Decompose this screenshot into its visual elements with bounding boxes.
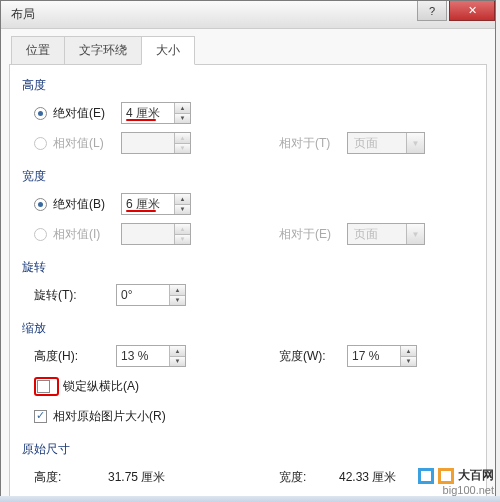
group-height-title: 高度 [22, 77, 474, 94]
annotation-highlight [34, 377, 59, 396]
spin-down-icon: ▼ [175, 235, 190, 245]
label-rotate: 旋转(T): [34, 287, 108, 304]
watermark: 大百网 big100.net [418, 467, 494, 496]
window-title: 布局 [11, 6, 35, 23]
group-rotate-title: 旋转 [22, 259, 474, 276]
label-width-relto: 相对于(E) [279, 226, 339, 243]
logo-icon [438, 468, 454, 484]
checkbox-lock-aspect[interactable] [37, 380, 50, 393]
titlebar: 布局 ? ✕ [1, 1, 495, 29]
width-absolute-row: 绝对值(B) 6 厘米 ▲▼ [34, 191, 474, 217]
tab-size-panel: 高度 绝对值(E) 4 厘米 ▲▼ 相对值(L) ▲▼ [9, 65, 487, 502]
label-height-relto: 相对于(T) [279, 135, 339, 152]
label-lock-aspect: 锁定纵横比(A) [63, 378, 139, 395]
spinner-height-absolute-value[interactable]: 4 厘米 [122, 103, 174, 123]
checkbox-relative-original[interactable] [34, 410, 47, 423]
width-relative-row: 相对值(I) ▲▼ 相对于(E) 页面 ▼ [34, 221, 474, 247]
label-original-width: 宽度: [279, 469, 339, 486]
spin-down-icon[interactable]: ▼ [175, 205, 190, 215]
label-relative-original: 相对原始图片大小(R) [53, 408, 166, 425]
group-scale-title: 缩放 [22, 320, 474, 337]
height-relative-row: 相对值(L) ▲▼ 相对于(T) 页面 ▼ [34, 130, 474, 156]
combo-height-relto: 页面 ▼ [347, 132, 425, 154]
combo-width-relto-value: 页面 [348, 224, 406, 244]
height-absolute-row: 绝对值(E) 4 厘米 ▲▼ [34, 100, 474, 126]
spinner-scale-width[interactable]: 17 % ▲▼ [347, 345, 417, 367]
spinner-rotate[interactable]: 0° ▲▼ [116, 284, 186, 306]
watermark-brand: 大百网 [458, 467, 494, 484]
chevron-down-icon: ▼ [406, 133, 424, 153]
tab-position[interactable]: 位置 [11, 36, 65, 65]
value-original-width: 42.33 厘米 [339, 469, 399, 486]
help-button[interactable]: ? [417, 1, 447, 21]
spin-down-icon[interactable]: ▼ [175, 114, 190, 124]
label-scale-height: 高度(H): [34, 348, 108, 365]
original-size-row: 高度: 31.75 厘米 宽度: 42.33 厘米 [34, 464, 474, 490]
label-height-absolute: 绝对值(E) [53, 105, 113, 122]
label-original-height: 高度: [34, 469, 108, 486]
radio-width-absolute[interactable] [34, 198, 47, 211]
label-width-relative: 相对值(I) [53, 226, 113, 243]
tabstrip: 位置 文字环绕 大小 [9, 35, 487, 65]
watermark-url: big100.net [418, 484, 494, 496]
label-height-relative: 相对值(L) [53, 135, 113, 152]
spin-up-icon[interactable]: ▲ [175, 194, 190, 205]
combo-height-relto-value: 页面 [348, 133, 406, 153]
value-original-height: 31.75 厘米 [108, 469, 168, 486]
radio-width-relative [34, 228, 47, 241]
spinner-width-relative: ▲▼ [121, 223, 191, 245]
label-scale-width: 宽度(W): [279, 348, 339, 365]
combo-width-relto: 页面 ▼ [347, 223, 425, 245]
spinner-height-relative: ▲▼ [121, 132, 191, 154]
group-width-title: 宽度 [22, 168, 474, 185]
titlebar-buttons: ? ✕ [417, 1, 495, 28]
spinner-height-absolute[interactable]: 4 厘米 ▲▼ [121, 102, 191, 124]
spin-up-icon: ▲ [175, 224, 190, 235]
spinner-scale-height-value[interactable]: 13 % [117, 346, 169, 366]
chevron-down-icon: ▼ [406, 224, 424, 244]
lock-aspect-row: 锁定纵横比(A) [34, 373, 474, 399]
taskbar [0, 496, 500, 502]
spinner-height-relative-value [122, 133, 174, 153]
tab-wrap[interactable]: 文字环绕 [64, 36, 142, 65]
layout-dialog: 布局 ? ✕ 位置 文字环绕 大小 高度 绝对值(E) 4 厘米 ▲▼ [0, 0, 496, 502]
spinner-scale-height[interactable]: 13 % ▲▼ [116, 345, 186, 367]
spinner-width-relative-value [122, 224, 174, 244]
spinner-rotate-value[interactable]: 0° [117, 285, 169, 305]
spin-down-icon[interactable]: ▼ [170, 296, 185, 306]
group-original-title: 原始尺寸 [22, 441, 474, 458]
radio-height-relative [34, 137, 47, 150]
scale-hw-row: 高度(H): 13 % ▲▼ 宽度(W): 17 % ▲▼ [34, 343, 474, 369]
close-button[interactable]: ✕ [449, 1, 495, 21]
spin-down-icon[interactable]: ▼ [401, 357, 416, 367]
rotate-row: 旋转(T): 0° ▲▼ [34, 282, 474, 308]
label-width-absolute: 绝对值(B) [53, 196, 113, 213]
spin-up-icon[interactable]: ▲ [170, 346, 185, 357]
spin-up-icon[interactable]: ▲ [401, 346, 416, 357]
spinner-width-absolute[interactable]: 6 厘米 ▲▼ [121, 193, 191, 215]
relative-original-row: 相对原始图片大小(R) [34, 403, 474, 429]
client-area: 位置 文字环绕 大小 高度 绝对值(E) 4 厘米 ▲▼ 相对值(L) [1, 29, 495, 502]
radio-height-absolute[interactable] [34, 107, 47, 120]
spin-up-icon: ▲ [175, 133, 190, 144]
spin-down-icon: ▼ [175, 144, 190, 154]
spinner-scale-width-value[interactable]: 17 % [348, 346, 400, 366]
spin-down-icon[interactable]: ▼ [170, 357, 185, 367]
spinner-width-absolute-value[interactable]: 6 厘米 [122, 194, 174, 214]
tab-size[interactable]: 大小 [141, 36, 195, 65]
logo-icon [418, 468, 434, 484]
spin-up-icon[interactable]: ▲ [175, 103, 190, 114]
spin-up-icon[interactable]: ▲ [170, 285, 185, 296]
